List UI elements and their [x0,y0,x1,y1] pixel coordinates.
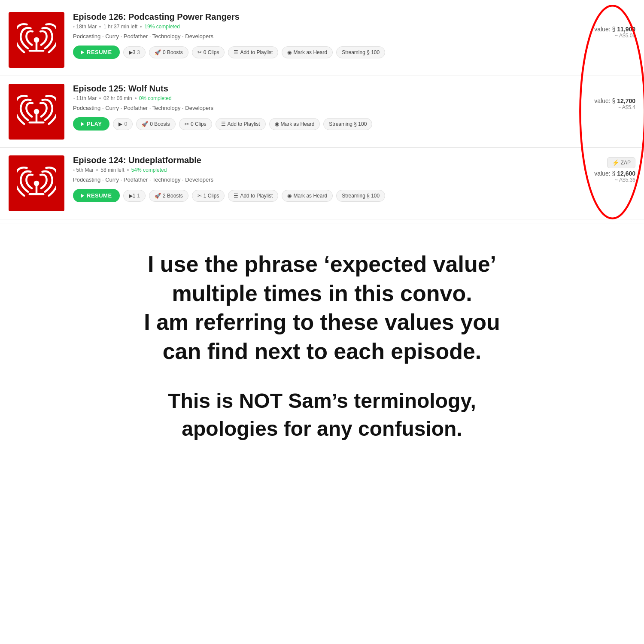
episode-card-ep126: Episode 126: Podcasting Power Rangers ◦ … [0,4,644,76]
episode-content-ep126: Episode 126: Podcasting Power Rangers ◦ … [73,12,577,59]
boosts-button-ep124[interactable]: 🚀 2 Boosts [149,190,188,202]
episode-content-ep124: Episode 124: Undeplatformable ◦ 5th Mar … [73,155,577,202]
episode-actions-ep125: PLAY ▶ 0 🚀 0 Boosts ✂ 0 Clips [73,117,577,131]
clips-label-ep124: 1 Clips [204,193,219,199]
value-amount-ep125: value: § 12,700 [594,97,635,104]
episode-value-ep125: value: § 12,700 ~ A$5.4 [584,84,635,110]
episode-meta-ep125: ◦ 11th Mar 02 hr 06 min 0% completed [73,95,577,101]
dot-1-ep124 [96,169,98,171]
episode-duration-ep125: 02 hr 06 min [103,95,132,101]
value-amount-ep126: value: § 11,900 [594,26,635,33]
clip-icon-ep125: ✂ [185,121,189,127]
play-button-ep126[interactable]: RESUME [73,46,120,59]
play-button-ep124[interactable]: RESUME [73,189,120,202]
dot-2-ep125 [135,97,137,99]
episode-meta-ep124: ◦ 5th Mar 58 min left 54% completed [73,167,577,173]
dot-2-ep124 [127,169,129,171]
clips-button-ep126[interactable]: ✂ 0 Clips [192,46,225,58]
episode-date-ep124: ◦ 5th Mar [73,167,94,173]
streaming-label-ep126: Streaming § 100 [342,49,380,55]
add-playlist-label-ep125: Add to Playlist [228,121,260,127]
value-sats-ep125: 12,700 [617,97,635,104]
mark-heard-button-ep125[interactable]: ◉ Mark as Heard [269,118,320,130]
skip-count-ep125: 0 [124,121,127,127]
play-icon-ep124 [81,194,84,198]
mark-heard-label-ep126: Mark as Heard [293,49,327,55]
boost-icon-ep124: 🚀 [155,193,161,199]
streaming-button-ep125[interactable]: Streaming § 100 [323,118,372,130]
skip-button-ep125[interactable]: ▶ 0 [113,118,133,130]
skip-button-ep124[interactable]: ▶1 1 [123,190,146,202]
play-label-ep126: RESUME [87,49,112,55]
streaming-label-ep125: Streaming § 100 [329,121,367,127]
value-aud-ep124: ~ A$5.36 [615,177,635,183]
streaming-button-ep124[interactable]: Streaming § 100 [336,190,385,202]
skip-icon-ep126: ▶3 [129,49,136,55]
episode-content-ep125: Episode 125: Wolf Nuts ◦ 11th Mar 02 hr … [73,84,577,131]
value-aud-ep125: ~ A$5.4 [618,104,635,110]
episode-thumbnail-ep126 [9,12,64,68]
episode-tags-ep124: Podcasting · Curry · Podfather · Technol… [73,176,577,183]
skip-icon-ep125: ▶ [118,121,122,127]
dot-1-ep125 [99,97,101,99]
clips-button-ep124[interactable]: ✂ 1 Clips [192,190,225,202]
add-playlist-button-ep126[interactable]: ☰ Add to Playlist [228,46,278,58]
play-icon-ep126 [81,50,84,55]
episode-date-ep125: ◦ 11th Mar [73,95,97,101]
clip-icon-ep126: ✂ [197,49,202,55]
value-sats-ep124: 12,600 [617,170,635,177]
zap-button-ep124[interactable]: ⚡ZAP [607,157,635,168]
lightning-icon-ep124: ⚡ [612,159,619,166]
mark-heard-label-ep124: Mark as Heard [293,193,327,199]
streaming-button-ep126[interactable]: Streaming § 100 [336,46,385,58]
boosts-label-ep126: 0 Boosts [163,49,183,55]
dot-2-ep126 [140,26,142,27]
episode-completion-ep125: 0% completed [139,95,172,101]
boosts-button-ep126[interactable]: 🚀 0 Boosts [149,46,188,58]
add-playlist-label-ep126: Add to Playlist [240,49,273,55]
heard-icon-ep126: ◉ [287,49,292,55]
boosts-label-ep125: 0 Boosts [150,121,170,127]
streaming-label-ep124: Streaming § 100 [342,193,380,199]
boost-icon-ep125: 🚀 [142,121,148,127]
episodes-wrapper: Episode 126: Podcasting Power Rangers ◦ … [0,0,644,224]
episode-thumbnail-ep125 [9,84,64,140]
heard-icon-ep124: ◉ [287,193,292,199]
episode-completion-ep124: 54% completed [131,167,167,173]
play-label-ep125: PLAY [87,121,102,127]
value-label-ep125: value: § [594,97,615,104]
play-button-ep125[interactable]: PLAY [73,117,109,131]
clips-button-ep125[interactable]: ✂ 0 Clips [179,118,212,130]
svg-point-6 [34,109,39,115]
episode-completion-ep126: 19% completed [144,24,180,30]
skip-icon-ep124: ▶1 [129,193,136,199]
podcast-logo-ep125 [17,92,56,131]
boosts-button-ep125[interactable]: 🚀 0 Boosts [136,118,176,130]
podcast-logo-ep124 [17,164,56,203]
clips-label-ep125: 0 Clips [191,121,207,127]
mark-heard-button-ep124[interactable]: ◉ Mark as Heard [282,190,333,202]
episode-value-ep126: value: § 11,900 ~ A$5.06 [584,12,635,39]
text-section: I use the phrase ‘expected value’ multip… [0,224,644,460]
value-aud-ep126: ~ A$5.06 [615,33,635,39]
main-explanation-text: I use the phrase ‘expected value’ multip… [34,250,610,366]
boost-icon-ep126: 🚀 [155,49,161,55]
clips-label-ep126: 0 Clips [204,49,219,55]
episode-tags-ep126: Podcasting · Curry · Podfather · Technol… [73,33,577,39]
episode-card-ep124: Episode 124: Undeplatformable ◦ 5th Mar … [0,148,644,219]
zap-label-ep124: ZAP [621,160,631,166]
skip-count-ep126: 3 [137,49,140,55]
mark-heard-button-ep126[interactable]: ◉ Mark as Heard [282,46,333,58]
episode-actions-ep126: RESUME ▶3 3 🚀 0 Boosts ✂ 0 Clips [73,46,577,59]
play-icon-ep125 [81,122,84,126]
add-playlist-button-ep125[interactable]: ☰ Add to Playlist [216,118,266,130]
value-label-ep124: value: § [594,170,615,177]
episode-actions-ep124: RESUME ▶1 1 🚀 2 Boosts ✂ 1 Clips [73,189,577,202]
value-sats-ep126: 11,900 [617,26,635,33]
episode-title-ep124: Episode 124: Undeplatformable [73,155,577,165]
episode-value-ep124: ⚡ZAP value: § 12,600 ~ A$5.36 [584,155,635,183]
skip-count-ep124: 1 [137,193,140,199]
add-playlist-button-ep124[interactable]: ☰ Add to Playlist [228,190,278,202]
skip-button-ep126[interactable]: ▶3 3 [123,46,146,58]
episodes-section: Episode 126: Podcasting Power Rangers ◦ … [0,0,644,224]
